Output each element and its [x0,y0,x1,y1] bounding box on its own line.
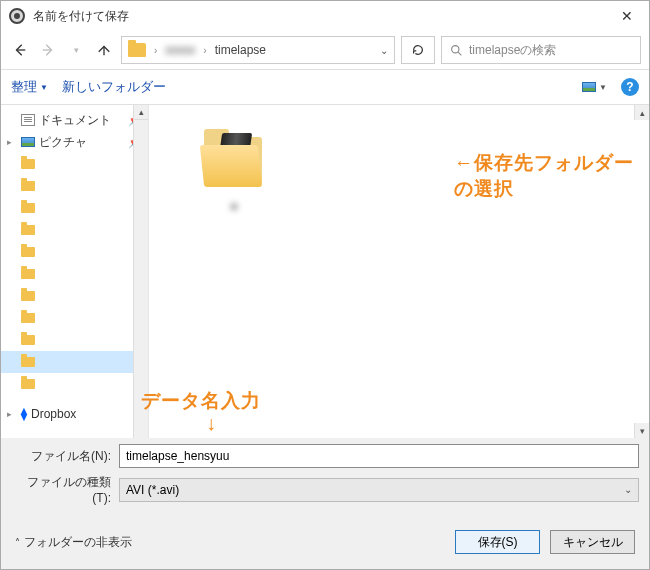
arrow-left-icon [13,43,27,57]
sidebar-item[interactable] [1,197,148,219]
scroll-up-button[interactable]: ▴ [133,105,148,120]
sidebar-item-dropbox[interactable]: ▸ ⧫ Dropbox [1,403,148,425]
back-button[interactable] [9,39,31,61]
folder-icon [21,335,35,345]
toolbar: 整理 ▼ 新しいフォルダー ▼ ? [1,69,649,105]
chevron-right-icon: › [201,45,208,56]
refresh-icon [411,43,425,57]
sidebar-item[interactable] [1,263,148,285]
arrow-right-icon [41,43,55,57]
hide-folders-toggle[interactable]: ˄ フォルダーの非表示 [15,534,132,551]
sidebar-item-label: ドキュメント [39,112,111,129]
filetype-value: AVI (*.avi) [126,483,179,497]
file-fields: ファイル名(N): ファイルの種類(T): AVI (*.avi) ⌄ [1,438,649,515]
annotation-select-folder: ←保存先フォルダーの選択 [454,150,649,202]
filetype-label: ファイルの種類(T): [11,474,111,505]
sidebar-item[interactable] [1,329,148,351]
footer: ˄ フォルダーの非表示 保存(S) キャンセル [1,515,649,569]
arrow-up-icon [97,43,111,57]
sidebar-item[interactable] [1,219,148,241]
sidebar-item[interactable] [1,373,148,395]
up-button[interactable] [93,39,115,61]
forward-button[interactable] [37,39,59,61]
sidebar-item[interactable] [1,175,148,197]
expand-icon[interactable]: ▸ [7,409,17,419]
nav-row: ▾ › xxxxx › timelapse ⌄ timelapseの検索 [1,31,649,69]
folder-icon [21,379,35,389]
scroll-up-button[interactable]: ▴ [634,105,649,120]
body: ▴ ドキュメント 📌 ▸ ピクチャ 📌 [1,105,649,438]
new-folder-button[interactable]: 新しいフォルダー [62,78,166,96]
folder-icon [21,313,35,323]
folder-icon [21,203,35,213]
folder-icon [21,247,35,257]
search-input[interactable]: timelapseの検索 [441,36,641,64]
app-icon [9,8,25,24]
breadcrumb-current[interactable]: timelapse [215,43,266,57]
svg-point-3 [452,45,459,52]
sidebar-item-pictures[interactable]: ▸ ピクチャ 📌 [1,131,148,153]
annotation-arrow-icon: ↓ [206,412,216,435]
filetype-select[interactable]: AVI (*.avi) ⌄ [119,478,639,502]
filename-label: ファイル名(N): [11,448,111,465]
hide-folders-label: フォルダーの非表示 [24,534,132,551]
address-dropdown[interactable]: ⌄ [380,45,388,56]
sidebar-item-documents[interactable]: ドキュメント 📌 [1,109,148,131]
sidebar-item[interactable] [1,307,148,329]
window-title: 名前を付けて保存 [33,8,129,25]
organize-label: 整理 [11,78,37,96]
address-bar[interactable]: › xxxxx › timelapse ⌄ [121,36,395,64]
folder-item[interactable]: ■ [199,125,269,195]
folder-icon [21,357,35,367]
scroll-down-button[interactable]: ▾ [634,423,649,438]
refresh-button[interactable] [401,36,435,64]
folder-icon [128,43,146,57]
recent-dropdown[interactable]: ▾ [65,39,87,61]
folder-icon [21,291,35,301]
sidebar-item-selected[interactable] [1,351,148,373]
folder-icon [21,269,35,279]
save-button[interactable]: 保存(S) [455,530,540,554]
annotation-data-name: データ名入力 [141,388,261,414]
sidebar-item-label: ピクチャ [39,134,87,151]
help-button[interactable]: ? [621,78,639,96]
chevron-down-icon: ⌄ [624,484,632,495]
svg-line-4 [458,52,461,55]
chevron-down-icon: ▼ [599,83,607,92]
sidebar: ▴ ドキュメント 📌 ▸ ピクチャ 📌 [1,105,149,438]
folder-icon [21,159,35,169]
save-dialog: 名前を付けて保存 ✕ ▾ › xxxxx › timelapse ⌄ timel… [0,0,650,570]
folder-icon [21,181,35,191]
titlebar: 名前を付けて保存 ✕ [1,1,649,31]
view-mode-button[interactable]: ▼ [582,82,607,92]
chevron-right-icon: › [152,45,159,56]
pictures-icon [21,137,35,147]
chevron-down-icon: ▼ [40,83,48,92]
chevron-up-icon: ˄ [15,537,20,548]
search-icon [450,44,463,57]
dropbox-icon: ⧫ [21,407,27,421]
folder-item-label: ■ [199,200,269,212]
search-placeholder: timelapseの検索 [469,42,556,59]
breadcrumb-parent[interactable]: xxxxx [165,43,195,57]
close-icon[interactable]: ✕ [613,4,641,28]
sidebar-item-label: Dropbox [31,407,76,421]
sidebar-item[interactable] [1,241,148,263]
documents-icon [21,114,35,126]
sidebar-item[interactable] [1,153,148,175]
cancel-button[interactable]: キャンセル [550,530,635,554]
folder-icon [21,225,35,235]
organize-menu[interactable]: 整理 ▼ [11,78,48,96]
thumbnails-icon [582,82,596,92]
filename-input[interactable] [119,444,639,468]
sidebar-item[interactable] [1,285,148,307]
expand-icon[interactable]: ▸ [7,137,17,147]
folder-icon [200,145,262,187]
